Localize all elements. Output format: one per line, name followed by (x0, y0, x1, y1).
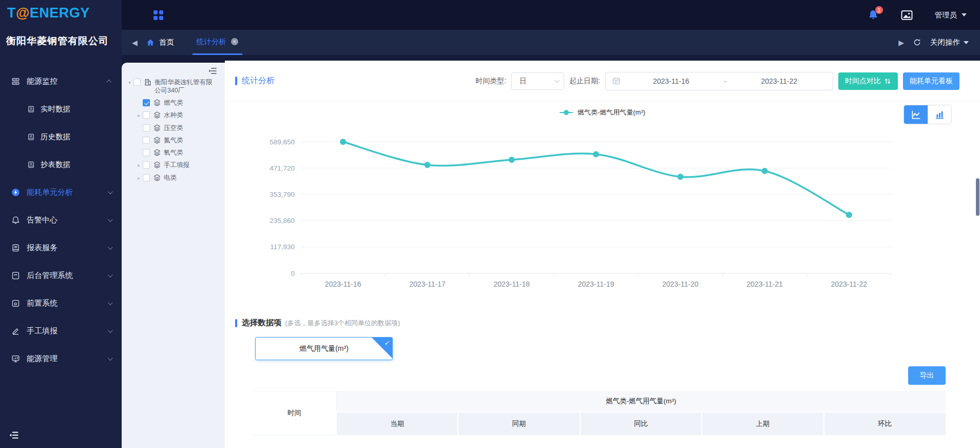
sidebar-item-label: 手工填报 (27, 326, 57, 336)
line-chart[interactable]: 0117,930235,860353,790471,720589,6502023… (261, 125, 900, 297)
line-chart-toggle-button[interactable] (904, 105, 928, 124)
sidebar-item[interactable]: 告警中心 (0, 206, 122, 234)
data-item-chip-selected[interactable]: 燃气用气量(m³) (255, 337, 393, 360)
table-subheader-previous: 上期 (702, 412, 823, 435)
table-subheader-yoy: 同比 (580, 412, 702, 435)
fold-panel-icon[interactable] (207, 66, 218, 76)
tree-checkbox[interactable] (143, 111, 150, 119)
picture-icon[interactable] (900, 9, 913, 22)
tree-node-label: 手工填报 (164, 161, 189, 169)
legend-dot (564, 110, 569, 115)
report-icon (11, 244, 20, 252)
svg-text:471,720: 471,720 (270, 164, 295, 172)
data-item-picker-title: 选择数据项 (多选，最多选择3个相同单位的数据项) (235, 318, 400, 328)
chevron-down-icon (108, 356, 113, 361)
sidebar-item[interactable]: 后台管理系统 (0, 262, 122, 289)
sidebar-subitem[interactable]: 抄表数据 (0, 151, 122, 178)
chevron-down-icon (108, 300, 113, 305)
sidebar-item[interactable]: 能源监控 (0, 67, 122, 95)
sidebar-subitem-label: 抄表数据 (41, 160, 70, 170)
forward-icon[interactable] (898, 39, 904, 47)
tree-expander-icon[interactable]: ▸ (135, 174, 143, 182)
chart-legend[interactable]: 燃气类-燃气用气量(m³) (225, 108, 980, 117)
svg-text:589,650: 589,650 (270, 138, 295, 146)
tree-node[interactable]: ▾衡阳华菱连轧管有限公司340厂 (126, 76, 225, 97)
sidebar-item[interactable]: 能耗单元分析 (0, 178, 122, 206)
close-operations-dropdown[interactable]: 关闭操作 (930, 38, 969, 47)
logo-at-icon: @ (16, 5, 30, 21)
user-name: 管理员 (935, 10, 957, 20)
tab-label: 统计分析 (197, 37, 226, 47)
tree-checkbox[interactable] (143, 124, 150, 132)
tree-node[interactable]: 氮气类 (126, 134, 225, 146)
brand-logo: T@ENERGY (7, 5, 122, 21)
sidebar-item[interactable]: 报表服务 (0, 234, 122, 262)
tree-checkbox[interactable] (143, 174, 150, 181)
apps-grid-icon[interactable] (153, 10, 163, 20)
sidebar-item[interactable]: 手工填报 (0, 317, 122, 345)
picker-title-text: 选择数据项 (242, 318, 282, 328)
time-compare-button[interactable]: 时间点对比 (838, 72, 898, 90)
tab-home[interactable]: 首页 (146, 38, 174, 47)
alarm-icon (11, 216, 20, 225)
topbar-right: 3 管理员 (868, 9, 967, 22)
tree-expander-icon[interactable]: ▾ (126, 79, 133, 87)
tree-node[interactable]: ▸电类 (126, 172, 225, 184)
tree-checkbox[interactable] (133, 79, 141, 86)
chart-type-toggle (904, 105, 952, 124)
notification-bell-button[interactable]: 3 (868, 9, 879, 21)
tree-node[interactable]: ▸水种类 (126, 109, 225, 122)
sidebar-collapse-icon[interactable] (8, 430, 20, 441)
chevron-down-icon (962, 13, 967, 16)
statistics-table-wrap: 时间 燃气类-燃气用气量(m³) 当期 同期 同比 上期 环比 (253, 391, 946, 435)
picker-hint: (多选，最多选择3个相同单位的数据项) (285, 319, 400, 328)
tab-statistics-analysis[interactable]: 统计分析 (193, 30, 242, 55)
tree-checkbox[interactable] (143, 149, 150, 156)
tree-node[interactable]: 燃气类 (126, 97, 225, 109)
tree-node-label: 压空类 (164, 124, 183, 132)
tree-node[interactable]: 氧气类 (126, 146, 225, 159)
sidebar-item[interactable]: 能源管理 (0, 345, 122, 372)
start-date-value[interactable]: 2023-11-16 (624, 77, 719, 85)
sidebar-subitem-label: 历史数据 (41, 132, 70, 142)
close-icon[interactable] (231, 38, 238, 45)
back-icon[interactable] (132, 39, 138, 47)
refresh-icon[interactable] (913, 38, 921, 47)
time-type-value: 日 (520, 77, 527, 86)
sort-arrows-icon (884, 78, 891, 85)
sidebar-subitem[interactable]: 历史数据 (0, 123, 122, 151)
tree-checkbox[interactable] (143, 99, 150, 106)
vertical-scrollbar-thumb[interactable] (976, 178, 979, 216)
svg-text:2023-11-22: 2023-11-22 (831, 280, 868, 288)
close-operations-label: 关闭操作 (930, 38, 960, 47)
title-accent-bar (235, 319, 237, 327)
tree-expander-icon[interactable]: ▸ (135, 161, 143, 170)
tree-checkbox[interactable] (143, 137, 150, 144)
admin-icon (11, 271, 20, 280)
tree-node[interactable]: 压空类 (126, 122, 225, 134)
sidebar-menu: 能源监控实时数据历史数据抄表数据能耗单元分析告警中心报表服务后台管理系统D前置系… (0, 67, 122, 372)
export-button[interactable]: 导出 (908, 366, 946, 385)
sidebar-subitem-label: 实时数据 (41, 104, 70, 114)
sidebar: T@ENERGY 衡阳华菱钢管有限公司 能源监控实时数据历史数据抄表数据能耗单元… (0, 0, 122, 448)
svg-text:2023-11-16: 2023-11-16 (325, 280, 361, 288)
notification-badge: 3 (875, 6, 883, 14)
tree-checkbox[interactable] (143, 161, 150, 169)
tree-node-label: 水种类 (164, 111, 183, 119)
tabbar-right: 关闭操作 (898, 38, 969, 47)
user-menu[interactable]: 管理员 (935, 10, 967, 20)
page-title: 统计分析 (235, 76, 275, 86)
doc-icon (27, 161, 35, 169)
tree-node[interactable]: ▸手工填报 (126, 159, 225, 172)
sidebar-subitem[interactable]: 实时数据 (0, 95, 122, 123)
layers-icon (153, 148, 161, 157)
date-range-input[interactable]: 2023-11-16 - 2023-11-22 (605, 72, 833, 90)
energy-unit-board-button[interactable]: 能耗单元看板 (903, 72, 959, 90)
end-date-value[interactable]: 2023-11-22 (732, 77, 827, 85)
time-type-select[interactable]: 日 (511, 72, 564, 90)
sidebar-item[interactable]: D前置系统 (0, 289, 122, 317)
bar-chart-toggle-button[interactable] (928, 105, 951, 124)
layers-icon (153, 99, 161, 107)
table-subheader-mom: 环比 (824, 412, 946, 435)
tree-expander-icon[interactable]: ▸ (135, 111, 143, 120)
